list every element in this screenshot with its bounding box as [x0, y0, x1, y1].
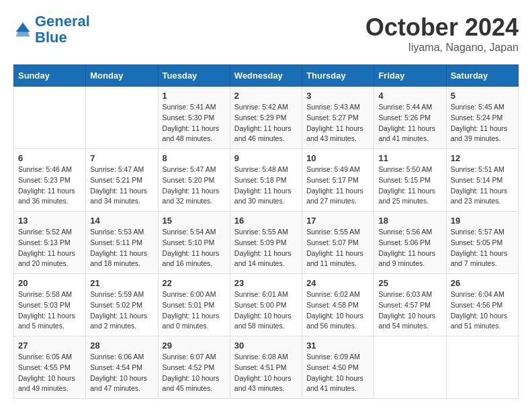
calendar-cell: 17Sunrise: 5:55 AMSunset: 5:07 PMDayligh… [302, 212, 374, 274]
calendar-cell: 28Sunrise: 6:06 AMSunset: 4:54 PMDayligh… [86, 336, 158, 399]
cell-content: Sunrise: 5:47 AMSunset: 5:20 PMDaylight:… [163, 165, 226, 207]
cell-content: Sunrise: 5:44 AMSunset: 5:26 PMDaylight:… [378, 102, 441, 144]
day-number: 18 [378, 216, 441, 226]
calendar-cell: 31Sunrise: 6:09 AMSunset: 4:50 PMDayligh… [302, 336, 374, 399]
logo-icon [13, 20, 32, 39]
calendar-cell: 11Sunrise: 5:50 AMSunset: 5:15 PMDayligh… [374, 149, 446, 212]
calendar-cell: 26Sunrise: 6:04 AMSunset: 4:56 PMDayligh… [446, 274, 518, 336]
day-number: 12 [451, 153, 514, 163]
calendar-cell: 22Sunrise: 6:00 AMSunset: 5:01 PMDayligh… [158, 274, 230, 336]
calendar-cell: 16Sunrise: 5:55 AMSunset: 5:09 PMDayligh… [230, 212, 302, 274]
day-number: 15 [163, 216, 226, 226]
calendar-cell: 25Sunrise: 6:03 AMSunset: 4:57 PMDayligh… [374, 274, 446, 336]
weekday-header-row: SundayMondayTuesdayWednesdayThursdayFrid… [14, 65, 519, 87]
calendar-cell: 9Sunrise: 5:48 AMSunset: 5:18 PMDaylight… [230, 149, 302, 212]
calendar-cell: 18Sunrise: 5:56 AMSunset: 5:06 PMDayligh… [374, 212, 446, 274]
calendar-cell [14, 87, 86, 149]
cell-content: Sunrise: 5:56 AMSunset: 5:06 PMDaylight:… [378, 227, 441, 269]
calendar-cell: 3Sunrise: 5:43 AMSunset: 5:27 PMDaylight… [302, 87, 374, 149]
day-number: 19 [451, 216, 514, 226]
calendar-cell: 1Sunrise: 5:41 AMSunset: 5:30 PMDaylight… [158, 87, 230, 149]
calendar-cell: 6Sunrise: 5:46 AMSunset: 5:23 PMDaylight… [14, 149, 86, 212]
weekday-header-friday: Friday [374, 65, 446, 87]
day-number: 22 [163, 278, 226, 288]
calendar-cell: 10Sunrise: 5:49 AMSunset: 5:17 PMDayligh… [302, 149, 374, 212]
cell-content: Sunrise: 5:55 AMSunset: 5:09 PMDaylight:… [234, 227, 298, 269]
cell-content: Sunrise: 5:42 AMSunset: 5:29 PMDaylight:… [234, 102, 298, 144]
calendar-week-row: 13Sunrise: 5:52 AMSunset: 5:13 PMDayligh… [14, 212, 519, 274]
cell-content: Sunrise: 5:45 AMSunset: 5:24 PMDaylight:… [451, 102, 514, 144]
day-number: 29 [163, 340, 226, 351]
day-number: 20 [18, 278, 81, 288]
cell-content: Sunrise: 6:08 AMSunset: 4:51 PMDaylight:… [234, 352, 298, 394]
calendar-cell: 23Sunrise: 6:01 AMSunset: 5:00 PMDayligh… [230, 274, 302, 336]
calendar-cell: 21Sunrise: 5:59 AMSunset: 5:02 PMDayligh… [86, 274, 158, 336]
day-number: 13 [18, 216, 81, 226]
day-number: 31 [306, 340, 369, 351]
cell-content: Sunrise: 5:53 AMSunset: 5:11 PMDaylight:… [90, 227, 153, 269]
day-number: 30 [234, 340, 298, 351]
day-number: 1 [163, 91, 226, 101]
cell-content: Sunrise: 6:06 AMSunset: 4:54 PMDaylight:… [90, 352, 153, 394]
day-number: 4 [378, 91, 441, 101]
calendar-cell [446, 336, 518, 399]
cell-content: Sunrise: 5:55 AMSunset: 5:07 PMDaylight:… [306, 227, 369, 269]
cell-content: Sunrise: 5:59 AMSunset: 5:02 PMDaylight:… [90, 289, 153, 332]
day-number: 25 [378, 278, 441, 288]
month-title: October 2024 [365, 13, 519, 42]
cell-content: Sunrise: 5:50 AMSunset: 5:15 PMDaylight:… [378, 165, 441, 207]
cell-content: Sunrise: 5:52 AMSunset: 5:13 PMDaylight:… [18, 227, 81, 269]
day-number: 28 [90, 340, 153, 351]
cell-content: Sunrise: 5:43 AMSunset: 5:27 PMDaylight:… [306, 102, 369, 144]
page-header: General Blue October 2024 Iiyama, Nagano… [13, 13, 519, 54]
calendar-cell: 19Sunrise: 5:57 AMSunset: 5:05 PMDayligh… [446, 212, 518, 274]
cell-content: Sunrise: 5:54 AMSunset: 5:10 PMDaylight:… [163, 227, 226, 269]
cell-content: Sunrise: 5:47 AMSunset: 5:21 PMDaylight:… [90, 165, 153, 207]
calendar-cell: 24Sunrise: 6:02 AMSunset: 4:58 PMDayligh… [302, 274, 374, 336]
calendar-cell: 7Sunrise: 5:47 AMSunset: 5:21 PMDaylight… [86, 149, 158, 212]
cell-content: Sunrise: 5:51 AMSunset: 5:14 PMDaylight:… [451, 165, 514, 207]
calendar-week-row: 20Sunrise: 5:58 AMSunset: 5:03 PMDayligh… [14, 274, 519, 336]
cell-content: Sunrise: 6:09 AMSunset: 4:50 PMDaylight:… [306, 352, 369, 394]
calendar-cell: 2Sunrise: 5:42 AMSunset: 5:29 PMDaylight… [230, 87, 302, 149]
weekday-header-saturday: Saturday [446, 65, 518, 87]
cell-content: Sunrise: 5:46 AMSunset: 5:23 PMDaylight:… [18, 165, 81, 207]
logo-line1: General [35, 13, 90, 30]
calendar-cell: 20Sunrise: 5:58 AMSunset: 5:03 PMDayligh… [14, 274, 86, 336]
cell-content: Sunrise: 5:41 AMSunset: 5:30 PMDaylight:… [163, 102, 226, 144]
calendar-cell: 12Sunrise: 5:51 AMSunset: 5:14 PMDayligh… [446, 149, 518, 212]
day-number: 7 [90, 153, 153, 163]
calendar-cell: 29Sunrise: 6:07 AMSunset: 4:52 PMDayligh… [158, 336, 230, 399]
day-number: 11 [378, 153, 441, 163]
calendar-cell [374, 336, 446, 399]
day-number: 21 [90, 278, 153, 288]
calendar-cell: 5Sunrise: 5:45 AMSunset: 5:24 PMDaylight… [446, 87, 518, 149]
cell-content: Sunrise: 6:04 AMSunset: 4:56 PMDaylight:… [451, 289, 514, 332]
calendar-cell: 4Sunrise: 5:44 AMSunset: 5:26 PMDaylight… [374, 87, 446, 149]
calendar-cell: 15Sunrise: 5:54 AMSunset: 5:10 PMDayligh… [158, 212, 230, 274]
day-number: 17 [306, 216, 369, 226]
calendar-table: SundayMondayTuesdayWednesdayThursdayFrid… [13, 64, 519, 399]
day-number: 2 [234, 91, 298, 101]
weekday-header-tuesday: Tuesday [158, 65, 230, 87]
day-number: 10 [306, 153, 369, 163]
calendar-week-row: 1Sunrise: 5:41 AMSunset: 5:30 PMDaylight… [14, 87, 519, 149]
logo-line2: Blue [35, 29, 67, 46]
cell-content: Sunrise: 6:01 AMSunset: 5:00 PMDaylight:… [234, 289, 298, 332]
calendar-cell [86, 87, 158, 149]
logo: General Blue [13, 13, 90, 46]
day-number: 27 [18, 340, 81, 351]
title-area: October 2024 Iiyama, Nagano, Japan [365, 13, 519, 54]
day-number: 16 [234, 216, 298, 226]
day-number: 8 [163, 153, 226, 163]
location: Iiyama, Nagano, Japan [365, 42, 519, 54]
calendar-cell: 27Sunrise: 6:05 AMSunset: 4:55 PMDayligh… [14, 336, 86, 399]
cell-content: Sunrise: 5:48 AMSunset: 5:18 PMDaylight:… [234, 165, 298, 207]
day-number: 14 [90, 216, 153, 226]
day-number: 6 [18, 153, 81, 163]
cell-content: Sunrise: 6:02 AMSunset: 4:58 PMDaylight:… [306, 289, 369, 332]
day-number: 5 [451, 91, 514, 101]
cell-content: Sunrise: 5:49 AMSunset: 5:17 PMDaylight:… [306, 165, 369, 207]
weekday-header-sunday: Sunday [14, 65, 86, 87]
day-number: 24 [306, 278, 369, 288]
